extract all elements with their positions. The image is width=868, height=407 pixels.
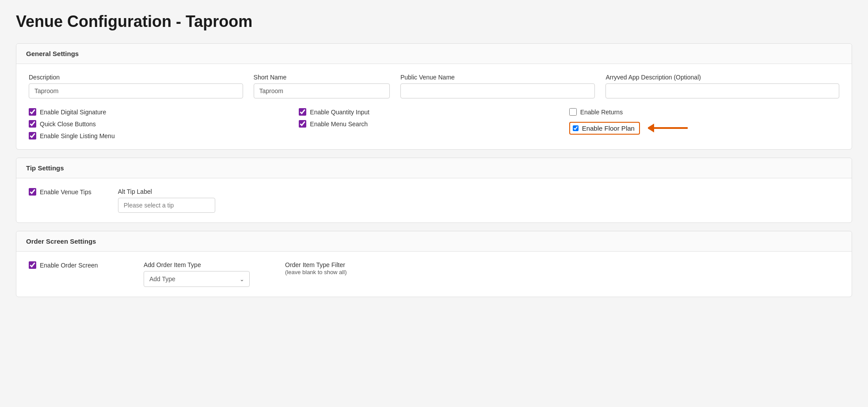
arryved-input[interactable] bbox=[605, 83, 839, 98]
quick-close-item: Quick Close Buttons bbox=[29, 120, 299, 128]
tip-right: Alt Tip Label bbox=[118, 188, 215, 213]
general-form-row: Description Short Name Public Venue Name… bbox=[29, 74, 839, 98]
public-venue-group: Public Venue Name bbox=[400, 74, 595, 98]
general-settings-card: General Settings Description Short Name … bbox=[16, 43, 852, 150]
short-name-input[interactable] bbox=[254, 83, 390, 98]
enable-floor-plan-row: Enable Floor Plan bbox=[569, 120, 839, 136]
order-left: Enable Order Screen bbox=[29, 261, 108, 269]
enable-order-screen-item: Enable Order Screen bbox=[29, 261, 108, 269]
arryved-label: Arryved App Description (Optional) bbox=[605, 74, 839, 81]
alt-tip-input[interactable] bbox=[118, 198, 215, 213]
orange-arrow-icon bbox=[648, 120, 697, 136]
public-venue-label: Public Venue Name bbox=[400, 74, 595, 81]
description-input[interactable] bbox=[29, 83, 243, 98]
arrow-container bbox=[648, 120, 697, 136]
quick-close-checkbox[interactable] bbox=[29, 120, 36, 128]
checkbox-col-3: Enable Returns Enable Floor Plan bbox=[569, 108, 839, 139]
quick-close-label: Quick Close Buttons bbox=[40, 121, 96, 128]
enable-menu-search-item: Enable Menu Search bbox=[299, 120, 569, 128]
enable-digital-sig-item: Enable Digital Signature bbox=[29, 108, 299, 116]
order-mid: Add Order Item Type Add Type ⌄ bbox=[144, 261, 250, 287]
enable-floor-plan-checkbox[interactable] bbox=[573, 125, 579, 131]
enable-digital-sig-checkbox[interactable] bbox=[29, 108, 36, 116]
enable-quantity-checkbox[interactable] bbox=[299, 108, 306, 116]
svg-marker-1 bbox=[648, 124, 654, 132]
tip-settings-card: Tip Settings Enable Venue Tips Alt Tip L… bbox=[16, 158, 852, 223]
enable-digital-sig-label: Enable Digital Signature bbox=[40, 109, 106, 116]
general-settings-header: General Settings bbox=[16, 44, 852, 64]
order-screen-card: Order Screen Settings Enable Order Scree… bbox=[16, 231, 852, 297]
short-name-group: Short Name bbox=[254, 74, 390, 98]
alt-tip-label: Alt Tip Label bbox=[118, 188, 215, 195]
checkbox-col-1: Enable Digital Signature Quick Close But… bbox=[29, 108, 299, 139]
tip-left: Enable Venue Tips bbox=[29, 188, 91, 196]
page-title: Venue Configuration - Taproom bbox=[16, 12, 852, 31]
arryved-group: Arryved App Description (Optional) bbox=[605, 74, 839, 98]
enable-order-screen-label: Enable Order Screen bbox=[40, 262, 98, 269]
checkbox-col-2: Enable Quantity Input Enable Menu Search bbox=[299, 108, 569, 139]
page-container: Venue Configuration - Taproom General Se… bbox=[0, 0, 868, 317]
enable-single-listing-checkbox[interactable] bbox=[29, 132, 36, 139]
add-type-select-wrapper: Add Type ⌄ bbox=[144, 271, 250, 287]
enable-floor-plan-highlight: Enable Floor Plan bbox=[569, 122, 640, 135]
enable-single-listing-item: Enable Single Listing Menu bbox=[29, 132, 299, 139]
add-type-select[interactable]: Add Type bbox=[144, 271, 250, 287]
tip-settings-body: Enable Venue Tips Alt Tip Label bbox=[16, 178, 852, 222]
enable-menu-search-checkbox[interactable] bbox=[299, 120, 306, 128]
enable-order-screen-checkbox[interactable] bbox=[29, 261, 36, 269]
enable-menu-search-label: Enable Menu Search bbox=[310, 121, 368, 128]
order-row: Enable Order Screen Add Order Item Type … bbox=[29, 261, 839, 287]
enable-venue-tips-checkbox[interactable] bbox=[29, 188, 36, 196]
enable-returns-item: Enable Returns bbox=[569, 108, 839, 116]
enable-floor-plan-label: Enable Floor Plan bbox=[582, 124, 635, 132]
general-settings-body: Description Short Name Public Venue Name… bbox=[16, 64, 852, 149]
enable-quantity-label: Enable Quantity Input bbox=[310, 109, 369, 116]
enable-single-listing-label: Enable Single Listing Menu bbox=[40, 132, 115, 139]
order-screen-header: Order Screen Settings bbox=[16, 231, 852, 252]
enable-venue-tips-item: Enable Venue Tips bbox=[29, 188, 91, 196]
enable-returns-checkbox[interactable] bbox=[569, 108, 577, 116]
checkbox-grid: Enable Digital Signature Quick Close But… bbox=[29, 108, 839, 139]
description-group: Description bbox=[29, 74, 243, 98]
public-venue-input[interactable] bbox=[400, 83, 595, 98]
tip-row: Enable Venue Tips Alt Tip Label bbox=[29, 188, 839, 213]
enable-returns-label: Enable Returns bbox=[580, 109, 623, 116]
order-right: Order Item Type Filter (leave blank to s… bbox=[285, 261, 346, 275]
add-order-item-label: Add Order Item Type bbox=[144, 261, 250, 268]
description-label: Description bbox=[29, 74, 243, 81]
order-item-type-filter-label: Order Item Type Filter (leave blank to s… bbox=[285, 261, 346, 275]
tip-settings-header: Tip Settings bbox=[16, 158, 852, 178]
enable-quantity-item: Enable Quantity Input bbox=[299, 108, 569, 116]
enable-venue-tips-label: Enable Venue Tips bbox=[40, 188, 91, 196]
short-name-label: Short Name bbox=[254, 74, 390, 81]
order-screen-body: Enable Order Screen Add Order Item Type … bbox=[16, 252, 852, 297]
